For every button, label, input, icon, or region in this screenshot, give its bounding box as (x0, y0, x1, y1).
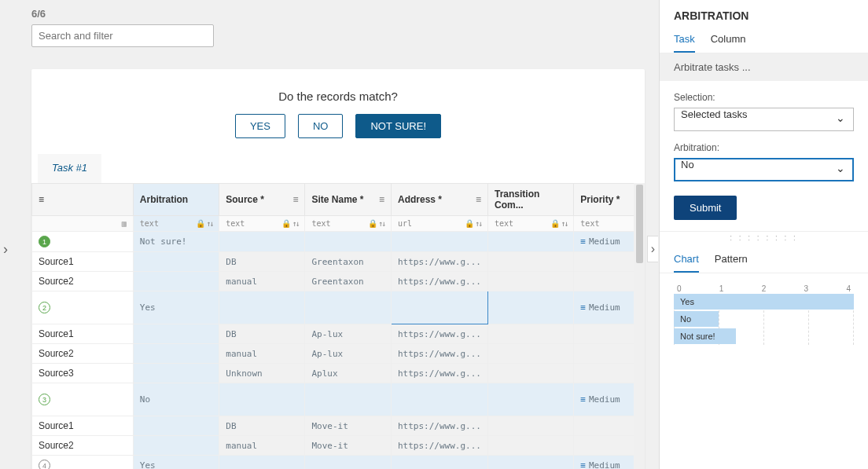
panel-title: ARBITRATION (660, 0, 868, 28)
src-row[interactable]: Source3 UnknownApluxhttps://www.g... (32, 364, 645, 383)
src-row[interactable]: Source1 DBAp-luxhttps://www.g... (32, 324, 645, 344)
src-row[interactable]: Source2 manualGreentaxonhttps://www.g... (32, 272, 645, 291)
priority-icon: ≡ (580, 302, 586, 313)
axis-tick: 3 (804, 284, 809, 293)
group-row[interactable]: 3 No ≡Medium (32, 383, 645, 416)
tab-chart[interactable]: Chart (674, 248, 699, 273)
col-menu-header[interactable]: ≡ (32, 184, 134, 216)
col-menu-icon[interactable]: ≡ (292, 194, 298, 205)
col-address[interactable]: Address *≡ (392, 184, 488, 216)
yes-button[interactable]: YES (235, 114, 285, 138)
search-input[interactable] (31, 24, 214, 47)
axis-tick: 4 (846, 284, 851, 293)
axis-tick: 0 (677, 284, 682, 293)
lock-icon: 🔒 (281, 219, 289, 228)
resize-handle[interactable]: : : : : : : : : (660, 231, 868, 244)
lock-icon: 🔒 (196, 219, 204, 228)
lock-icon: 🔒 (550, 219, 558, 228)
tab-task-1[interactable]: Task #1 (38, 154, 101, 183)
tab-column[interactable]: Column (711, 28, 746, 53)
scrollbar-thumb[interactable] (636, 185, 643, 263)
arbitrate-bar: Arbitrate tasks ... (660, 53, 868, 81)
left-pane: › 6/6 Do the records match? YES NO NOT S… (0, 0, 659, 469)
task-card: Do the records match? YES NO NOT SURE! T… (31, 69, 645, 469)
submit-button[interactable]: Submit (674, 196, 737, 220)
expand-right-icon[interactable]: › (647, 236, 658, 262)
col-chooser[interactable]: ▥ (32, 216, 134, 232)
record-counter: 6/6 (31, 8, 645, 20)
not-sure-button[interactable]: NOT SURE! (355, 114, 441, 138)
vertical-scrollbar[interactable] (634, 183, 645, 469)
group-row[interactable]: 1 Not sure! ≡Medium (32, 232, 645, 252)
sub-site: text🔒↑↓ (305, 216, 392, 232)
chart-container: 0 1 2 3 4 Yes No Not sure! (660, 273, 868, 356)
group-num-icon: 3 (39, 394, 50, 405)
cell-arb[interactable]: No (133, 383, 219, 416)
arbitration-label: Arbitration: (674, 142, 854, 153)
priority-icon: ≡ (580, 236, 586, 247)
src-row[interactable]: Source1 DBMove-ithttps://www.g... (32, 416, 645, 436)
group-row[interactable]: 4 Yes ≡Medium (32, 456, 645, 470)
priority-icon: ≡ (580, 460, 586, 469)
sub-arb: text🔒↑↓ (133, 216, 219, 232)
src-row[interactable]: Source2 manualMove-ithttps://www.g... (32, 436, 645, 456)
sub-addr: url🔒↑↓ (392, 216, 488, 232)
no-button[interactable]: NO (298, 114, 344, 138)
cell-arb[interactable]: Yes (133, 291, 219, 324)
src-row[interactable]: Source2 manualAp-luxhttps://www.g... (32, 344, 645, 364)
group-num-icon: 2 (39, 302, 50, 313)
sub-tc: text🔒↑↓ (487, 216, 573, 232)
expand-left-icon[interactable]: › (0, 236, 11, 262)
cell-arb[interactable]: Not sure! (133, 232, 219, 252)
axis-tick: 1 (719, 284, 724, 293)
chart-bar-no: No (674, 311, 719, 327)
col-site[interactable]: Site Name *≡ (305, 184, 392, 216)
selected-cell[interactable] (392, 291, 488, 324)
col-arbitration[interactable]: Arbitration (133, 184, 219, 216)
axis-tick: 2 (762, 284, 767, 293)
group-row[interactable]: 2 Yes ≡Medium (32, 291, 645, 324)
selection-label: Selection: (674, 92, 854, 103)
records-grid: ≡ Arbitration Source *≡ Site Name *≡ Add… (31, 183, 645, 469)
lock-icon: 🔒 (368, 219, 376, 228)
match-question: Do the records match? (31, 69, 645, 114)
col-transition[interactable]: Transition Com... (487, 184, 573, 216)
chart-bar-not-sure: Not sure! (674, 328, 736, 344)
group-num-icon: 4 (39, 460, 50, 469)
col-menu-icon[interactable]: ≡ (379, 194, 384, 205)
selection-select[interactable]: Selected tasks (674, 108, 854, 131)
lock-icon: 🔒 (465, 219, 473, 228)
col-source[interactable]: Source *≡ (219, 184, 305, 216)
tab-pattern[interactable]: Pattern (715, 248, 748, 273)
chart-bar-yes: Yes (674, 294, 854, 310)
group-num-icon: 1 (39, 236, 50, 247)
tab-task[interactable]: Task (674, 28, 695, 53)
right-pane: › ARBITRATION Task Column Arbitrate task… (659, 0, 868, 469)
src-row[interactable]: Source1 DBGreentaxonhttps://www.g... (32, 252, 645, 272)
col-menu-icon[interactable]: ≡ (476, 194, 481, 205)
priority-icon: ≡ (580, 394, 586, 405)
arbitration-select[interactable]: No (674, 158, 854, 181)
cell-arb[interactable]: Yes (133, 456, 219, 470)
sub-src: text🔒↑↓ (219, 216, 305, 232)
